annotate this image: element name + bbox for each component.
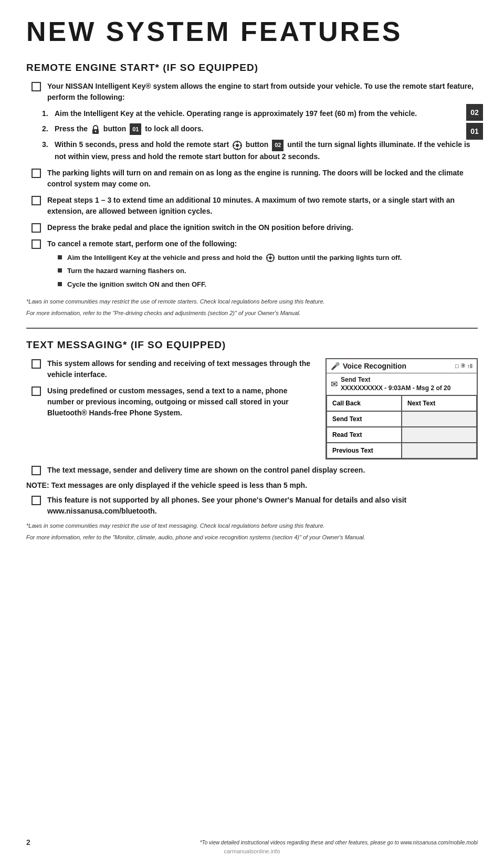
remote-footnote-1: *Laws in some communities may restrict t… [26, 298, 478, 306]
cancel-sub-item-1: Aim the Intelligent Key at the vehicle a… [58, 253, 478, 263]
remote-step-3: 3. Within 5 seconds, press and hold the … [42, 139, 478, 162]
tm-checkbox-last [32, 496, 41, 505]
remote-bullet-cancel-text: To cancel a remote start, perform one of… [47, 238, 478, 293]
vr-btn-empty-3 [402, 443, 477, 458]
tm-bullet-list-2: The text message, sender and delivery ti… [32, 465, 478, 476]
step-text-1: Aim the Intelligent Key at the vehicle. … [55, 108, 417, 119]
vr-btn-send-text[interactable]: Send Text [327, 411, 402, 427]
step-num-1: 1. [42, 108, 55, 119]
vr-status-icons: □ ⑨ ↑ll [455, 362, 472, 369]
remote-engine-start-heading: REMOTE ENGINE START* (if so equipped) [26, 62, 478, 74]
remote-bullet-repeat-text: Repeat steps 1 – 3 to extend time an add… [47, 195, 478, 217]
cancel-sub-item-3: Cycle the ignition switch ON and then OF… [58, 279, 478, 290]
sub-bullet-2 [58, 268, 62, 273]
inline-badge-02: 02 [272, 140, 284, 151]
remote-footnote-2: For more information, refer to the "Pre-… [26, 309, 478, 317]
text-messaging-heading: TEXT MESSAGING* (if so equipped) [26, 339, 478, 351]
note-box: NOTE: Text messages are only displayed i… [26, 481, 478, 489]
voice-recognition-box: 🎤 Voice Recognition □ ⑨ ↑ll ✉ Send Text … [326, 358, 478, 459]
tm-checkbox-1 [32, 359, 41, 369]
tm-bullet-1: This system allows for sending and recei… [32, 358, 315, 380]
vr-header: 🎤 Voice Recognition □ ⑨ ↑ll [327, 359, 477, 373]
tm-bullet-3: The text message, sender and delivery ti… [32, 465, 478, 476]
bullet-checkbox-1 [32, 82, 41, 91]
bullet-checkbox-depress [32, 223, 41, 233]
remote-steps: 1. Aim the Intelligent Key at the vehicl… [42, 108, 478, 162]
sub-bullet-3 [58, 282, 62, 286]
remote-bullet-text-1: Your NISSAN Intelligent Key® system allo… [47, 81, 478, 103]
cancel-sub-list: Aim the Intelligent Key at the vehicle a… [58, 253, 478, 290]
vr-msg-detail: XXXXXXXXXX - 9:03AM - Msg 2 of 20 [341, 384, 450, 393]
tm-checkbox-3 [32, 466, 41, 475]
vr-msg-label: Send Text [341, 376, 450, 384]
footer-page-num: 2 [26, 838, 30, 846]
remote-step-1: 1. Aim the Intelligent Key at the vehicl… [42, 108, 478, 119]
vr-mic-icon: 🎤 [331, 362, 340, 370]
tm-bullet-2: Using predefined or custom messages, sen… [32, 385, 315, 419]
vr-btn-next-text[interactable]: Next Text [402, 395, 477, 411]
tm-bullet-list-3: This feature is not supported by all pho… [32, 495, 478, 517]
remote-bullet-depress-text: Depress the brake pedal and place the ig… [47, 222, 478, 233]
remote-bullet-cancel: To cancel a remote start, perform one of… [32, 238, 478, 293]
svg-point-9 [269, 256, 271, 259]
remote-bullet-list-2: The parking lights will turn on and rema… [32, 168, 478, 293]
page-title: NEW SYSTEM FEATURES [26, 16, 478, 47]
tm-footnote-1: *Laws in some communities may restrict t… [26, 522, 478, 530]
page-wrapper: NEW SYSTEM FEATURES 02 01 REMOTE ENGINE … [0, 0, 504, 562]
tm-bullet-text-2: Using predefined or custom messages, sen… [47, 385, 315, 419]
remote-engine-start-section: REMOTE ENGINE START* (if so equipped) Yo… [26, 62, 478, 317]
lock-icon [91, 124, 100, 134]
bullet-checkbox-repeat [32, 196, 41, 205]
step-text-2: Press the button 01 to lock all doors. [55, 123, 203, 135]
remote-bullet-parking-text: The parking lights will turn on and rema… [47, 168, 478, 190]
page-footer: 2 *To view detailed instructional videos… [26, 838, 478, 846]
vr-signal-icon: ⑨ [460, 362, 466, 369]
vr-btn-read-text[interactable]: Read Text [327, 427, 402, 443]
text-messaging-section: TEXT MESSAGING* (if so equipped) This sy… [26, 339, 478, 541]
watermark: carmanualsonline.info [224, 848, 280, 854]
vr-message-info: Send Text XXXXXXXXXX - 9:03AM - Msg 2 of… [341, 376, 450, 392]
section-divider [26, 328, 478, 329]
tm-footnote-2: For more information, refer to the "Moni… [26, 534, 478, 541]
cancel-sub-item-2: Turn the hazard warning flashers on. [58, 266, 478, 276]
inline-badge-01: 01 [130, 123, 141, 135]
remote-start-icon [232, 140, 243, 151]
svg-point-1 [94, 131, 96, 132]
vr-checkbox-icon: □ [455, 363, 459, 369]
tm-bullet-text-3: The text message, sender and delivery ti… [47, 465, 478, 476]
note-text: NOTE: Text messages are only displayed i… [26, 481, 307, 489]
step-num-3: 3. [42, 139, 55, 150]
step-text-3: Within 5 seconds, press and hold the rem… [55, 139, 478, 162]
tm-content: This system allows for sending and recei… [26, 358, 478, 459]
sub-bullet-1 [58, 255, 62, 259]
remote-bullet-repeat: Repeat steps 1 – 3 to extend time an add… [32, 195, 478, 217]
remote-bullet-item-1: Your NISSAN Intelligent Key® system allo… [32, 81, 478, 103]
bullet-checkbox-parking [32, 169, 41, 178]
tm-text-column: This system allows for sending and recei… [26, 358, 315, 424]
remote-step-2: 2. Press the button 01 to lock all doors… [42, 123, 478, 135]
vr-battery-icon: ↑ll [467, 363, 472, 369]
footer-text: *To view detailed instructional videos r… [200, 840, 478, 845]
tm-bullet-last: This feature is not supported by all pho… [32, 495, 478, 517]
remote-bullet-list-1: Your NISSAN Intelligent Key® system allo… [32, 81, 478, 103]
vr-btn-call-back[interactable]: Call Back [327, 395, 402, 411]
remote-bullet-depress: Depress the brake pedal and place the ig… [32, 222, 478, 233]
step-num-2: 2. [42, 123, 55, 134]
bullet-checkbox-cancel [32, 239, 41, 249]
tm-bullet-last-text: This feature is not supported by all pho… [47, 495, 478, 517]
vr-buttons-grid: Call Back Next Text Send Text Read Text … [327, 395, 477, 458]
tm-bullet-text-1: This system allows for sending and recei… [47, 358, 315, 380]
remote-icon-inline [266, 253, 275, 263]
tm-checkbox-2 [32, 386, 41, 396]
vr-btn-previous-text[interactable]: Previous Text [327, 443, 402, 458]
vr-btn-empty-2 [402, 427, 477, 443]
vr-msg-icon: ✉ [331, 379, 338, 389]
svg-point-3 [236, 144, 239, 147]
tm-bullet-list: This system allows for sending and recei… [32, 358, 315, 419]
vr-btn-empty-1 [402, 411, 477, 427]
vr-title: Voice Recognition [343, 362, 452, 370]
remote-bullet-parking: The parking lights will turn on and rema… [32, 168, 478, 190]
vr-message-row: ✉ Send Text XXXXXXXXXX - 9:03AM - Msg 2 … [327, 373, 477, 395]
